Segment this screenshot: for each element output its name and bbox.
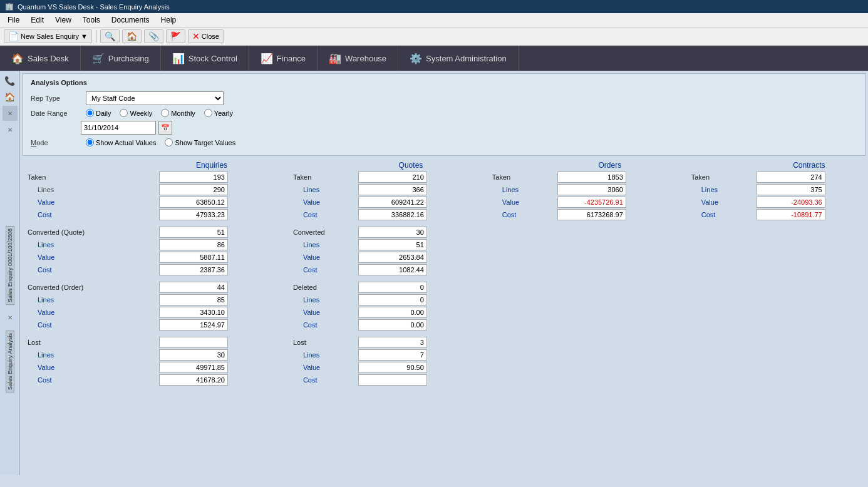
cost-con-value[interactable]	[757, 209, 825, 220]
taken-enq-value[interactable]	[159, 172, 228, 183]
cost-enq-value[interactable]	[159, 209, 228, 220]
c-value-quo[interactable]	[358, 252, 427, 263]
lost-enq-val[interactable]	[159, 337, 228, 348]
rep-type-select[interactable]: My Staff Code	[86, 91, 224, 105]
menu-view[interactable]: View	[50, 14, 76, 26]
sidebar-enquiry-label[interactable]: Sales Enquiry 0001/100/2508	[6, 226, 14, 305]
lost-lines-quo-val[interactable]	[358, 349, 427, 361]
lost-value-quo-val[interactable]	[358, 362, 427, 373]
taken-lines-row: Lines Lines Lines Lines	[25, 183, 863, 196]
cost-ord-value[interactable]	[557, 209, 626, 220]
sidebar-close2-icon[interactable]: ✕	[3, 122, 18, 137]
taken-con-label: Taken	[689, 171, 755, 183]
analysis-table: Enquiries Quotes Orders Contracts	[25, 158, 863, 386]
title-text: Quantum VS Sales Desk - Sales Enquiry An…	[18, 3, 170, 11]
new-sales-enquiry-button[interactable]: 📄 New Sales Enquiry ▼	[4, 29, 92, 43]
converted-label: Converted	[291, 226, 357, 238]
c-cost-label: Cost	[291, 264, 357, 276]
c-lines-quo[interactable]	[358, 239, 427, 250]
date-range-row: Date Range Daily Weekly Monthly Yearly	[31, 109, 857, 117]
nav-stock-control[interactable]: 📊 Stock Control	[161, 46, 249, 71]
home-button[interactable]: 🏠	[122, 29, 142, 43]
calendar-button[interactable]: 📅	[158, 121, 172, 135]
lost-row: Lost Lost	[25, 336, 863, 349]
taken-ord-value[interactable]	[557, 172, 626, 183]
del-cost-val[interactable]	[358, 319, 427, 331]
menu-tools[interactable]: Tools	[78, 14, 105, 26]
cq-cost-enq[interactable]	[159, 264, 228, 275]
co-value-row: Value Value	[25, 306, 863, 319]
value-con-value[interactable]	[757, 197, 825, 208]
lost-quo-val[interactable]	[358, 337, 427, 348]
del-lines-val[interactable]	[358, 294, 427, 305]
nav-purchasing[interactable]: 🛒 Purchasing	[81, 46, 161, 71]
close-button[interactable]: ✕ Close	[188, 29, 224, 43]
value-quo-value[interactable]	[358, 197, 427, 208]
co-value-val[interactable]	[159, 307, 228, 318]
nav-warehouse[interactable]: 🏭 Warehouse	[318, 46, 398, 71]
sidebar-home-icon[interactable]: 🏠	[3, 90, 18, 105]
lines-quo-value[interactable]	[358, 184, 427, 195]
radio-actual-values[interactable]: Show Actual Values	[86, 138, 156, 146]
lost-value-enq-label: Value	[25, 361, 158, 374]
cq-lines-enq[interactable]	[159, 239, 228, 250]
radio-yearly[interactable]: Yearly	[204, 109, 233, 117]
lost-cost-enq-val[interactable]	[159, 374, 228, 386]
data-grid: Enquiries Quotes Orders Contracts	[20, 158, 868, 475]
lost-cost-row: Cost Cost	[25, 374, 863, 386]
taken-row: Taken Taken Taken Taken	[25, 171, 863, 183]
co-cost-val[interactable]	[159, 319, 228, 331]
radio-weekly[interactable]: Weekly	[120, 109, 152, 117]
lines-ord-value[interactable]	[557, 184, 626, 195]
mode-radios: Show Actual Values Show Target Values	[86, 138, 235, 146]
lines-enq-value[interactable]	[159, 184, 228, 195]
nav-finance[interactable]: 📈 Finance	[249, 46, 318, 71]
dropdown-arrow-icon: ▼	[81, 33, 88, 40]
lost-lines-enq-label: Lines	[25, 349, 158, 361]
converted-quo-val[interactable]	[358, 227, 427, 238]
c-value-label: Value	[291, 251, 357, 264]
lost-value-enq-val[interactable]	[159, 362, 228, 373]
co-val[interactable]	[159, 282, 228, 293]
co-lines-val[interactable]	[159, 294, 228, 305]
menu-documents[interactable]: Documents	[106, 14, 155, 26]
rep-type-label: Rep Type	[31, 95, 81, 102]
cost-quo-value[interactable]	[358, 209, 427, 220]
conv-order-label: Converted (Order)	[25, 281, 158, 294]
del-val[interactable]	[358, 282, 427, 293]
c-cost-quo[interactable]	[358, 264, 427, 275]
radio-monthly[interactable]: Monthly	[161, 109, 195, 117]
lost-cost-quo-val[interactable]	[358, 374, 427, 386]
menu-file[interactable]: File	[3, 14, 24, 26]
lost-value-quo-label: Value	[291, 361, 357, 374]
sidebar-analysis-label[interactable]: Sales Enquiry Analysis	[6, 331, 14, 392]
purchasing-icon: 🛒	[92, 53, 105, 64]
value-enq-value[interactable]	[159, 197, 228, 208]
conv-quote-cost-row: Cost Cost	[25, 264, 863, 276]
radio-target-values[interactable]: Show Target Values	[165, 138, 235, 146]
sidebar-phone-icon[interactable]: 📞	[3, 73, 18, 88]
lines-con-value[interactable]	[757, 184, 825, 195]
value-ord-value[interactable]	[557, 197, 626, 208]
lost-lines-enq-val[interactable]	[159, 349, 228, 361]
lines-con-label: Lines	[689, 183, 755, 196]
taken-quo-value[interactable]	[358, 172, 427, 183]
flag-button[interactable]: 🚩	[166, 29, 185, 43]
link-button[interactable]: 📎	[144, 29, 163, 43]
conv-quote-enq-val[interactable]	[159, 227, 228, 238]
nav-sales-desk[interactable]: 🏠 Sales Desk	[0, 46, 81, 71]
del-value-val[interactable]	[358, 307, 427, 318]
conv-quote-row: Converted (Quote) Converted	[25, 226, 863, 238]
cq-value-enq[interactable]	[159, 252, 228, 263]
nav-system-admin[interactable]: ⚙️ System Administration	[398, 46, 519, 71]
radio-daily[interactable]: Daily	[86, 109, 111, 117]
menu-help[interactable]: Help	[156, 14, 182, 26]
conv-order-row: Converted (Order) Deleted	[25, 281, 863, 294]
taken-con-value[interactable]	[757, 172, 825, 183]
sidebar-close3-icon[interactable]: ✕	[3, 310, 18, 326]
date-input[interactable]	[81, 121, 156, 135]
sidebar-close1-icon[interactable]: ✕	[3, 106, 18, 121]
analysis-options-panel: Analysis Options Rep Type My Staff Code …	[23, 73, 865, 156]
menu-edit[interactable]: Edit	[26, 14, 49, 26]
search-button[interactable]: 🔍	[100, 29, 120, 43]
